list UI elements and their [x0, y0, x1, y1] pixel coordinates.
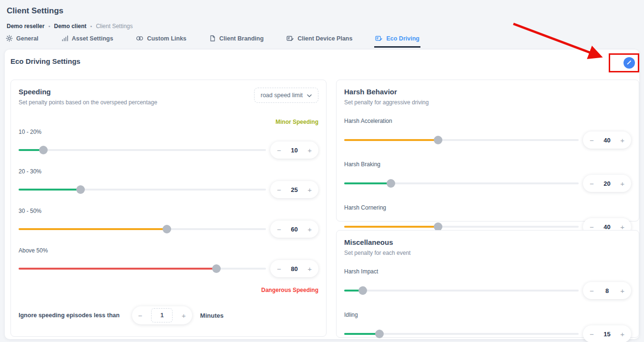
stepper-value: 10	[291, 147, 297, 154]
slider-track[interactable]	[19, 225, 266, 233]
breadcrumb-item[interactable]: Demo client	[54, 23, 86, 30]
decrement-button[interactable]: −	[277, 226, 281, 233]
decrement-button[interactable]: −	[590, 331, 594, 338]
slider-row: Harsh Braking−20+	[344, 161, 631, 192]
slider-thumb[interactable]	[387, 179, 395, 188]
decrement-button[interactable]: −	[138, 312, 143, 319]
value-stepper: −15+	[583, 325, 631, 342]
tab-client-branding[interactable]: Client Branding	[208, 34, 265, 48]
tab-label: Custom Links	[147, 35, 186, 42]
decrement-button[interactable]: −	[590, 287, 594, 294]
increment-button[interactable]: +	[307, 265, 312, 272]
stepper-value: 40	[603, 223, 610, 231]
miscellaneous-sliders: Harsh Impact−8+Idling−15+	[344, 268, 631, 342]
slider-track[interactable]	[19, 185, 266, 194]
slider-track[interactable]	[344, 179, 579, 188]
tab-label: General	[16, 35, 39, 42]
gear-icon	[6, 35, 13, 42]
slider-row: Above 50%−80+	[19, 247, 318, 277]
decrement-button[interactable]: −	[590, 223, 594, 231]
increment-button[interactable]: +	[620, 331, 624, 338]
slider-row: Harsh Acceleration−40+	[344, 118, 631, 149]
annotation-highlight-box	[609, 53, 639, 72]
slider-label: 10 - 20%	[19, 129, 318, 135]
slider-track[interactable]	[344, 330, 579, 338]
increment-button[interactable]: +	[620, 137, 624, 144]
decrement-button[interactable]: −	[277, 186, 281, 193]
document-icon	[209, 35, 216, 42]
increment-button[interactable]: +	[182, 312, 186, 319]
slider-label: Harsh Impact	[344, 268, 631, 275]
slider-thumb[interactable]	[212, 264, 221, 273]
tab-asset-settings[interactable]: Asset Settings	[61, 34, 114, 48]
card-edit-icon	[375, 35, 383, 42]
slider-thumb[interactable]	[76, 185, 85, 194]
value-stepper: −10+	[270, 141, 318, 159]
harsh-behavior-sliders: Harsh Acceleration−40+Harsh Braking−20+H…	[344, 118, 631, 235]
tab-client-device-plans[interactable]: Client Device Plans	[286, 34, 353, 48]
decrement-button[interactable]: −	[590, 180, 594, 187]
slider-thumb[interactable]	[358, 286, 367, 295]
slider-thumb[interactable]	[163, 225, 171, 233]
edit-button[interactable]	[624, 57, 635, 69]
minutes-value[interactable]: 1	[151, 308, 173, 322]
slider-row: Harsh Impact−8+	[344, 268, 631, 299]
increment-button[interactable]: +	[307, 186, 312, 193]
panel-subtitle: Set penalty for each event	[344, 250, 631, 256]
tab-label: Client Branding	[219, 35, 264, 42]
stepper-value: 25	[291, 186, 297, 193]
tab-bar: GeneralAsset SettingsCustom LinksClient …	[5, 34, 420, 48]
eco-driving-settings-card: Eco Driving Settings Speeding Set penalt…	[5, 50, 639, 339]
panel-title: Miscellaneous	[344, 238, 631, 246]
breadcrumb-item[interactable]: Demo reseller	[7, 23, 44, 30]
stepper-value: 40	[603, 137, 610, 144]
slider-track[interactable]	[19, 146, 266, 154]
panel-subtitle: Set penalty points based on the overspee…	[19, 99, 157, 106]
panel-subtitle: Set penalty for aggressive driving	[344, 99, 631, 106]
increment-button[interactable]: +	[620, 180, 624, 187]
minutes-stepper: − 1 +	[132, 306, 192, 324]
link-icon	[136, 35, 143, 42]
dropdown-value: road speed limit	[261, 92, 303, 99]
dangerous-speeding-label: Dangerous Speeding	[19, 287, 318, 293]
decrement-button[interactable]: −	[277, 265, 281, 272]
increment-button[interactable]: +	[307, 226, 312, 233]
tab-eco-driving[interactable]: Eco Driving	[374, 34, 420, 48]
slider-track[interactable]	[344, 286, 579, 295]
tab-label: Asset Settings	[72, 35, 113, 42]
slider-thumb[interactable]	[39, 146, 48, 154]
section-heading: Eco Driving Settings	[10, 57, 81, 65]
stepper-value: 80	[291, 265, 297, 272]
slider-thumb[interactable]	[375, 330, 384, 338]
value-stepper: −8+	[583, 282, 631, 299]
stepper-value: 8	[605, 287, 609, 294]
decrement-button[interactable]: −	[277, 147, 281, 154]
page-title: Client Settings	[7, 6, 63, 16]
slider-thumb[interactable]	[434, 136, 442, 144]
stepper-value: 15	[603, 331, 610, 338]
tab-label: Client Device Plans	[297, 35, 352, 42]
slider-track[interactable]	[344, 136, 579, 144]
ignore-episodes-label: Ignore speeding episodes less than	[19, 312, 120, 319]
stepper-value: 60	[291, 226, 297, 233]
slider-row: 30 - 50%−60+	[19, 208, 318, 238]
increment-button[interactable]: +	[620, 223, 624, 231]
decrement-button[interactable]: −	[590, 137, 594, 144]
value-stepper: −80+	[270, 260, 318, 277]
panel-title: Speeding	[19, 88, 157, 96]
slider-row: 10 - 20%−10+	[19, 129, 318, 159]
ignore-episodes-row: Ignore speeding episodes less than − 1 +…	[19, 306, 318, 324]
harsh-behavior-panel: Harsh Behavior Set penalty for aggressiv…	[336, 80, 639, 221]
slider-row: Idling−15+	[344, 312, 631, 342]
breadcrumb: Demo reseller•Demo client•Client Setting…	[7, 23, 133, 30]
increment-button[interactable]: +	[620, 287, 624, 294]
bar-chart-icon	[61, 35, 69, 42]
tab-custom-links[interactable]: Custom Links	[135, 34, 187, 48]
value-stepper: −20+	[583, 175, 631, 192]
tab-general[interactable]: General	[5, 34, 40, 48]
slider-label: 20 - 30%	[19, 168, 318, 175]
increment-button[interactable]: +	[307, 147, 312, 154]
speed-limit-source-dropdown[interactable]: road speed limit	[254, 88, 318, 103]
slider-label: Harsh Acceleration	[344, 118, 631, 124]
slider-track[interactable]	[19, 264, 266, 273]
